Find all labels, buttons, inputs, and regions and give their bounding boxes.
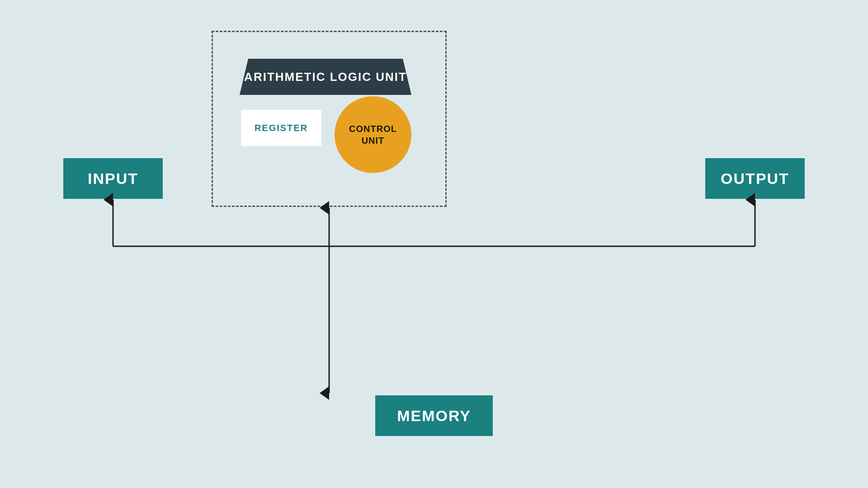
control-unit-label: CONTROLUNIT — [349, 123, 397, 146]
memory-label: MEMORY — [397, 407, 471, 425]
alu-label: ARITHMETIC LOGIC UNIT — [240, 59, 411, 95]
control-unit: CONTROLUNIT — [335, 96, 411, 173]
diagram-container: ARITHMETIC LOGIC UNIT REGISTER CONTROLUN… — [0, 0, 868, 488]
alu-title: ARITHMETIC LOGIC UNIT — [244, 70, 407, 84]
input-box: INPUT — [63, 158, 163, 199]
register-box: REGISTER — [241, 110, 321, 146]
output-label: OUTPUT — [721, 170, 789, 188]
input-label: INPUT — [88, 170, 138, 188]
register-label: REGISTER — [255, 123, 308, 133]
output-box: OUTPUT — [705, 158, 805, 199]
memory-box: MEMORY — [375, 395, 493, 436]
